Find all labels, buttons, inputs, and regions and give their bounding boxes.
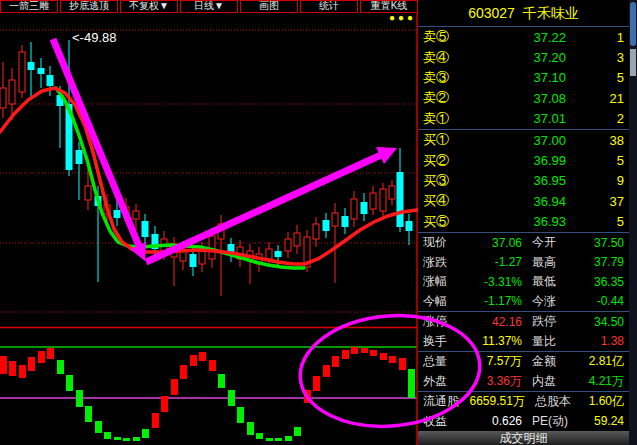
- toolbar-button[interactable]: 一箭三雕: [0, 0, 58, 13]
- stat-label: 涨停: [423, 313, 471, 330]
- stat-label: 量比: [524, 333, 578, 350]
- level-label: 卖①: [423, 110, 467, 128]
- tab-transaction-detail[interactable]: 成交明细: [418, 431, 629, 445]
- level-price[interactable]: 36.95: [467, 173, 582, 188]
- toolbar-button[interactable]: 日线▼: [180, 0, 238, 13]
- stat-label: 涨幅: [423, 273, 471, 290]
- stat-value: 37.79: [578, 255, 624, 269]
- level-price[interactable]: 36.93: [467, 214, 582, 229]
- stat-label: 现价: [423, 234, 471, 251]
- buy-row: 买③36.959: [418, 171, 629, 191]
- level-price[interactable]: 37.01: [467, 111, 582, 126]
- stat-value: 37.06: [471, 236, 524, 250]
- level-volume: 38: [582, 133, 624, 148]
- sell-row: 卖③37.105: [418, 68, 629, 88]
- toolbar-button[interactable]: 抄底逃顶: [60, 0, 118, 13]
- sell-row: 卖①37.012: [418, 109, 629, 129]
- scrollbar-thumb[interactable]: [630, 2, 636, 46]
- stat-row: 收益0.626PE(动)59.24: [418, 412, 629, 432]
- level-price[interactable]: 36.99: [467, 153, 582, 168]
- level-label: 卖⑤: [423, 28, 467, 46]
- stat-label: PE(动): [524, 413, 578, 430]
- stat-value: 11.37%: [471, 334, 524, 348]
- stat-label: 跌停: [524, 313, 578, 330]
- level-label: 买⑤: [423, 213, 467, 231]
- stat-value: 37.50: [578, 236, 624, 250]
- stat-value: 6659.51万: [470, 393, 527, 410]
- stat-label: 今涨: [524, 293, 578, 310]
- menu-dots-icon[interactable]: ●●●: [389, 12, 416, 23]
- toolbar-button[interactable]: 画图: [240, 0, 298, 13]
- stat-row: 涨幅-3.31%最低36.35: [418, 272, 629, 292]
- level-label: 买③: [423, 172, 467, 190]
- level-price[interactable]: 37.00: [467, 133, 582, 148]
- sell-row: 卖④37.203: [418, 47, 629, 67]
- toolbar: 一箭三雕抄底逃顶不复权▼日线▼画图统计重置K线: [0, 0, 418, 13]
- level-price[interactable]: 37.22: [467, 30, 582, 45]
- stock-code: 603027: [468, 5, 515, 21]
- stat-label: 外盘: [423, 373, 471, 390]
- buy-row: 买④36.9437: [418, 191, 629, 211]
- stock-title: 603027千禾味业: [418, 0, 629, 27]
- stat-value: -3.31%: [471, 275, 524, 289]
- stat-row: 外盘3.36万内盘4.21万: [418, 372, 629, 393]
- stat-row: 现价37.06今开37.50: [418, 233, 629, 253]
- level-label: 买①: [423, 131, 467, 149]
- stat-value: 1.38: [578, 334, 624, 348]
- level-price[interactable]: 36.94: [467, 194, 582, 209]
- candlestick-chart[interactable]: [0, 0, 418, 445]
- level-label: 卖②: [423, 89, 467, 107]
- level-label: 卖③: [423, 69, 467, 87]
- stat-label: 流通股: [423, 393, 470, 410]
- stat-label: 总股本: [527, 393, 580, 410]
- stat-row: 流通股6659.51万总股本1.60亿: [418, 392, 629, 412]
- level-volume: 2: [582, 111, 624, 126]
- stat-value: 0.626: [471, 414, 524, 428]
- stat-value: 34.50: [578, 315, 624, 329]
- scrollbar-segment: [630, 49, 636, 76]
- sell-row: 卖⑤37.221: [418, 27, 629, 47]
- stat-label: 今开: [524, 234, 578, 251]
- stat-label: 今幅: [423, 293, 471, 310]
- stat-label: 收益: [423, 413, 471, 430]
- level-price[interactable]: 37.20: [467, 50, 582, 65]
- stat-row: 涨跌-1.27最高37.79: [418, 252, 629, 272]
- buy-row: 买②36.995: [418, 150, 629, 170]
- level-label: 卖④: [423, 49, 467, 67]
- stat-label: 总量: [423, 353, 471, 370]
- stat-value: -0.44: [578, 294, 624, 308]
- toolbar-button[interactable]: 统计: [300, 0, 358, 13]
- level-label: 买②: [423, 152, 467, 170]
- stat-label: 最高: [524, 254, 578, 271]
- stat-row: 总量7.57万金额2.81亿: [418, 352, 629, 372]
- stat-value: 1.60亿: [579, 393, 624, 410]
- level-volume: 9: [582, 173, 624, 188]
- stat-value: 3.36万: [471, 373, 524, 390]
- level-price[interactable]: 37.08: [467, 91, 582, 106]
- stat-label: 金额: [524, 353, 578, 370]
- level-label: 买④: [423, 192, 467, 210]
- stat-value: 36.35: [578, 275, 624, 289]
- stat-value: 4.21万: [578, 373, 624, 390]
- stats-grid: 现价37.06今开37.50涨跌-1.27最高37.79涨幅-3.31%最低36…: [418, 233, 629, 431]
- stat-label: 最低: [524, 273, 578, 290]
- level-volume: 21: [582, 91, 624, 106]
- stat-value: 2.81亿: [578, 353, 624, 370]
- level-volume: 5: [582, 70, 624, 85]
- buy-levels: 买①37.0038买②36.995买③36.959买④36.9437买⑤36.9…: [418, 130, 629, 232]
- toolbar-button[interactable]: 不复权▼: [120, 0, 178, 13]
- stat-row: 换手11.37%量比1.38: [418, 331, 629, 352]
- level-volume: 5: [582, 214, 624, 229]
- quote-panel: 603027千禾味业 卖⑤37.221卖④37.203卖③37.105卖②37.…: [418, 0, 629, 445]
- level-volume: 37: [582, 194, 624, 209]
- stat-row: 涨停42.16跌停34.50: [418, 312, 629, 332]
- level-volume: 3: [582, 50, 624, 65]
- stat-label: 换手: [423, 333, 471, 350]
- level-volume: 1: [582, 30, 624, 45]
- scrollbar[interactable]: [629, 0, 637, 445]
- stat-value: 59.24: [578, 414, 624, 428]
- stat-value: 42.16: [471, 315, 524, 329]
- buy-row: 买①37.0038: [418, 130, 629, 150]
- stat-value: -1.27: [471, 255, 524, 269]
- level-price[interactable]: 37.10: [467, 70, 582, 85]
